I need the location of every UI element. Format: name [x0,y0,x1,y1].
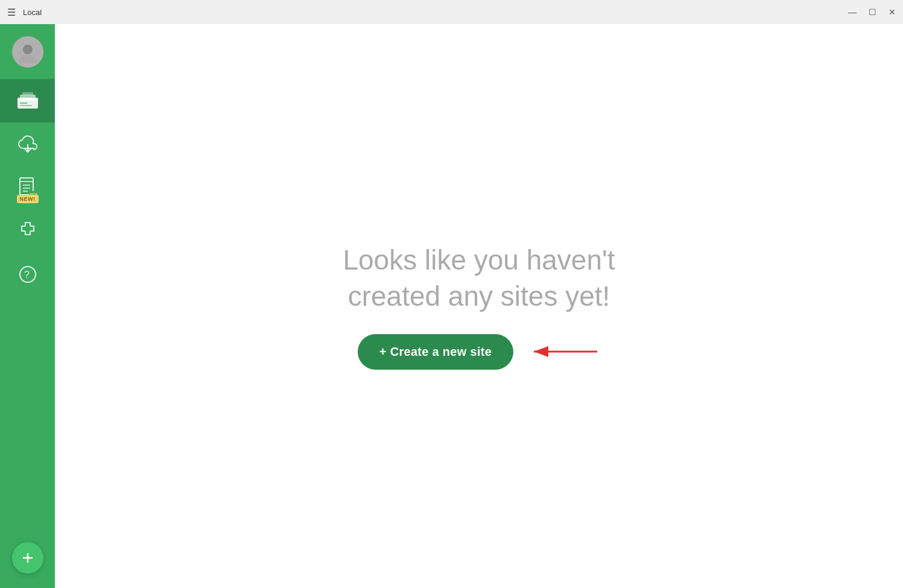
sites-icon [16,92,39,110]
svg-rect-5 [22,92,33,95]
titlebar-controls: — ☐ ✕ [848,8,896,16]
create-new-site-button[interactable]: + Create a new site [358,334,513,370]
svg-rect-6 [20,103,27,104]
sidebar-item-help[interactable]: ? [0,253,55,296]
empty-state: Looks like you haven't created any sites… [343,242,615,370]
plus-icon [21,551,35,565]
app-window: NEW! NEW! ? Look [0,24,903,588]
sidebar: NEW! NEW! ? [0,24,55,588]
svg-text:?: ? [24,270,30,280]
sidebar-item-cloud[interactable] [0,122,55,166]
avatar[interactable] [0,24,55,79]
sidebar-item-blueprints[interactable]: NEW! NEW! [0,166,55,209]
cloud-download-icon [17,135,39,153]
add-site-button[interactable] [12,542,43,574]
new-badge: NEW! [17,195,39,203]
arrow-annotation [528,340,600,364]
titlebar-left: ☰ Local [7,7,42,18]
arrow-icon [528,340,600,364]
svg-rect-7 [20,105,32,106]
maximize-button[interactable]: ☐ [869,8,876,16]
sidebar-item-addons[interactable] [0,209,55,253]
sidebar-item-sites[interactable] [0,79,55,122]
puzzle-icon [17,220,39,242]
main-content: Looks like you haven't created any sites… [55,24,903,588]
close-button[interactable]: ✕ [889,8,896,16]
titlebar: ☰ Local — ☐ ✕ [0,0,903,24]
avatar-circle [12,36,43,68]
user-avatar-icon [17,41,39,63]
create-btn-row: + Create a new site [358,334,600,370]
help-icon: ? [18,265,37,284]
empty-state-message: Looks like you haven't created any sites… [343,242,615,315]
menu-icon[interactable]: ☰ [7,7,16,18]
svg-point-0 [23,45,33,54]
minimize-button[interactable]: — [848,8,857,16]
app-title: Local [23,8,42,17]
svg-point-1 [19,55,36,63]
